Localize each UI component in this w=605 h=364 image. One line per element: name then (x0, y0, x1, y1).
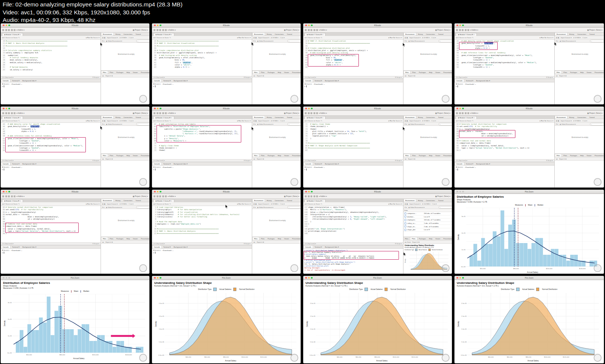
env-object-row[interactable]: distribut…List of 9 (403, 215, 452, 219)
list-view-button[interactable]: ≡ List ▾ (582, 120, 587, 122)
editor-tab[interactable]: ◈ Module 1 Demo.R × (456, 33, 477, 36)
tab-plots[interactable]: Plots (259, 71, 266, 74)
find-icon[interactable]: ⌕ ✎ (17, 203, 20, 205)
toolbar-icon[interactable] (313, 112, 315, 114)
editor-tab[interactable]: ◈ Module 1 Demo.R × (456, 116, 477, 119)
load-workspace-icon[interactable]: ▤ ▦ (405, 37, 408, 39)
language-selector[interactable]: R ▾ (556, 40, 558, 42)
global-env-selector[interactable]: ◉ Global Environment ▾ (257, 123, 273, 125)
global-env-selector[interactable]: ◉ Global Environment ▾ (106, 40, 122, 42)
tab-packages[interactable]: Packages (115, 154, 125, 157)
console-body[interactable]: Ⓡ R 4.3.1 · ~/Downloads/ ⌄> (152, 249, 252, 274)
toolbar-icon[interactable] (8, 112, 10, 114)
export-button[interactable]: Export ▾ ⊗ (559, 75, 566, 77)
language-selector[interactable]: R ▾ (253, 206, 256, 208)
toolbar-icon[interactable] (316, 112, 318, 114)
console-body[interactable]: Ⓡ R 4.3.1 · ~/Downloads/ ⌄> (152, 82, 252, 104)
tab-history[interactable]: History (416, 199, 424, 202)
find-icon[interactable]: ⌕ ✎ (168, 120, 171, 122)
toolbar-icon[interactable] (159, 29, 161, 31)
tab-environment[interactable]: Environment (555, 33, 568, 36)
tab-plots[interactable]: Plots (108, 237, 115, 240)
toolbar-icon[interactable] (162, 195, 164, 197)
tab-presentation[interactable]: Presentation (290, 154, 301, 157)
project-menu[interactable]: ▦ Project: (None) ▾ (133, 112, 148, 114)
global-env-selector[interactable]: ◉ Global Environment ▾ (408, 40, 425, 42)
tab-packages[interactable]: Packages (417, 71, 428, 74)
file-type-menu[interactable]: R Script ▾ (93, 76, 99, 78)
editor-tab[interactable]: ◈ Module 1 Demo.R × (2, 116, 23, 119)
addins-menu[interactable]: ▾ Addins ▾ (168, 29, 176, 31)
editor-tab[interactable]: ◈ Module 1 Demo.R × (304, 116, 326, 119)
language-selector[interactable]: R ▾ (102, 206, 104, 208)
source-button[interactable]: ▸ Source ▾ (394, 37, 402, 39)
tab-presentation[interactable]: Presentation (139, 154, 149, 157)
toolbar-icon[interactable] (316, 29, 318, 31)
import-dataset-button[interactable]: Import Dataset ▾ (107, 37, 118, 39)
tab-history[interactable]: History (114, 33, 122, 36)
tab-packages[interactable]: Packages (569, 154, 579, 157)
global-env-selector[interactable]: ◉ Global Environment ▾ (106, 123, 122, 125)
tab-terminal[interactable]: Terminal ▾ (11, 246, 21, 248)
editor-tab[interactable]: ◈ Module 1 Demo.R × (153, 116, 174, 119)
global-env-selector[interactable]: ◉ Global Environment ▾ (106, 206, 122, 208)
load-workspace-icon[interactable]: ▤ ▦ (102, 203, 105, 205)
env-search-input[interactable]: ⌕ (287, 123, 301, 125)
tab-connections[interactable]: Connections (273, 116, 285, 119)
tab-tutorial[interactable]: Tutorial (285, 33, 293, 36)
tab-background-jobs[interactable]: Background Jobs ▾ (323, 163, 340, 165)
toolbar-icon[interactable] (465, 29, 467, 31)
tab-terminal[interactable]: Terminal ▾ (162, 246, 172, 248)
toolbar-icon[interactable] (5, 29, 7, 31)
source-button[interactable]: ▸ Source ▾ (394, 120, 402, 122)
toolbar-icon[interactable] (305, 112, 307, 114)
tab-history[interactable]: History (416, 116, 424, 119)
tab-connections[interactable]: Connections (576, 116, 588, 119)
tab-help[interactable]: Help (428, 237, 434, 240)
env-search-input[interactable]: ⌕ (136, 123, 149, 125)
language-selector[interactable]: R ▾ (556, 123, 558, 125)
language-selector[interactable]: R ▾ (405, 40, 407, 42)
tab-plots[interactable]: Plots (108, 154, 115, 157)
tab-history[interactable]: History (265, 33, 273, 36)
project-menu[interactable]: ▦ Project: (None) ▾ (284, 29, 299, 31)
env-search-input[interactable]: ⌕ (439, 206, 452, 209)
tab-background-jobs[interactable]: Background Jobs ▾ (323, 246, 340, 248)
tab-console[interactable]: Console (455, 163, 464, 165)
export-button[interactable]: Export ▾ ⊗ (105, 241, 113, 243)
tab-console[interactable]: Console (303, 79, 313, 82)
tab-plots[interactable]: Plots (411, 71, 417, 74)
toolbar-icon[interactable] (305, 29, 307, 31)
toolbar-icon[interactable] (459, 112, 461, 114)
list-view-button[interactable]: ≡ List ▾ (431, 37, 436, 39)
tab-terminal[interactable]: Terminal ▾ (464, 163, 475, 165)
project-menu[interactable]: ▦ Project: (None) ▾ (435, 195, 450, 197)
tab-presentation[interactable]: Presentation (442, 154, 452, 157)
addins-menu[interactable]: ▾ Addins ▾ (17, 112, 25, 114)
tab-presentation[interactable]: Presentation (593, 71, 604, 74)
console-body[interactable]: Ⓡ R 4.3.1 · ~/Downloads/ ⌄> (1, 249, 101, 274)
code-editor[interactable]: 71 # Apply clean theme72 theme_minimal()… (303, 123, 403, 159)
tab-presentation[interactable]: Presentation (442, 71, 452, 74)
editor-tab[interactable]: ◈ Module 1 Demo.R × (2, 199, 23, 202)
export-button[interactable]: Export ▾ ⊗ (408, 75, 415, 77)
toolbar-icon[interactable] (8, 195, 10, 197)
find-icon[interactable]: ⌕ ✎ (320, 203, 322, 205)
code-editor[interactable]: 45 # Add density curve for smooth shape … (455, 40, 554, 76)
tab-tutorial[interactable]: Tutorial (285, 199, 293, 202)
memory-usage[interactable]: ⊘ 59 MiB ▾ (573, 37, 581, 39)
tab-files[interactable]: Files (252, 237, 259, 240)
env-object-row[interactable]: employees100 obs. of 7 variables (403, 218, 452, 222)
language-selector[interactable]: R ▾ (405, 123, 407, 125)
run-button[interactable]: ▸ Run ↻ (237, 203, 244, 205)
tab-plots[interactable]: Plots (562, 154, 569, 157)
tab-tutorial[interactable]: Tutorial (134, 33, 142, 36)
run-button[interactable]: ▸ Run ↻ (86, 203, 92, 205)
editor-tab[interactable]: ◈ Module 1 Demo.R × (304, 33, 326, 36)
plot-nav-icons[interactable]: ◂ ▸ (102, 241, 104, 243)
tab-tutorial[interactable]: Tutorial (436, 116, 445, 119)
addins-menu[interactable]: ▾ Addins ▾ (319, 112, 327, 114)
tab-plots[interactable]: Plots (411, 154, 417, 157)
toolbar-icon[interactable] (2, 195, 4, 197)
tab-presentation[interactable]: Presentation (290, 71, 301, 74)
